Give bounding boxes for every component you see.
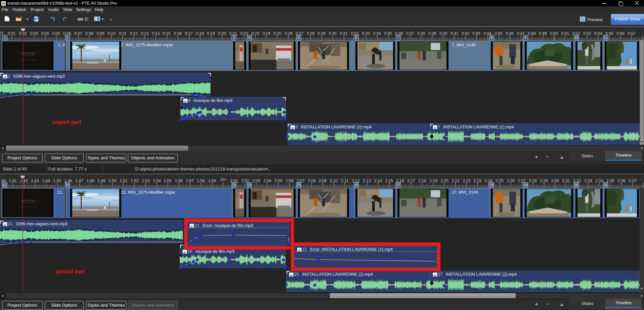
- svg-text:mrksw: mrksw: [87, 208, 98, 212]
- svg-text:mrksw: mrksw: [87, 61, 98, 65]
